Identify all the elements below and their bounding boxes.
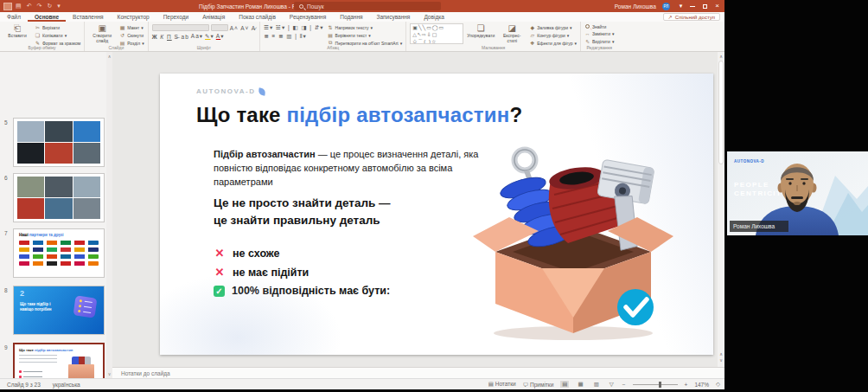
font-grow-shrink-buttons[interactable]: A˄ A˅ A̷ (230, 25, 257, 31)
ribbon-display-options-icon[interactable]: ▾ (680, 3, 683, 10)
reset-label: Скинути (127, 33, 144, 38)
cut-button[interactable]: ✂Вирізати (35, 24, 80, 30)
shape-fill-label: Заливка фігури (537, 25, 568, 30)
thumbnail-slide-7[interactable]: Наші партнери та друзі (13, 228, 105, 278)
scissors-icon: ✂ (35, 24, 41, 30)
notes-toggle-button[interactable]: ▤ Нотатки (488, 381, 516, 388)
tab-animations[interactable]: Анімація (195, 14, 232, 22)
qat-more-icon[interactable]: ▾ (57, 3, 61, 10)
partner-logos-row (19, 261, 99, 266)
replace-button[interactable]: ↔Замінити ▾ (584, 31, 615, 36)
thumb9-box-art (68, 357, 94, 379)
zoom-out-button[interactable]: − (622, 382, 626, 388)
slideshow-button[interactable]: ▽ (608, 381, 616, 388)
group-font: A˄ A˅ A̷ Ж К П S̶ ab Aa▾ ✎▾ A▾ Шрифт (149, 22, 261, 51)
search-input[interactable]: Пошук (294, 2, 441, 10)
tab-home[interactable]: Основне (28, 14, 66, 22)
new-slide-button[interactable]: ▣ Створити слайд (88, 23, 116, 43)
quick-access-toolbar[interactable]: ▤ ↶ ↷ ↻ ▾ (16, 3, 61, 10)
account-name[interactable]: Роман Лихошва (615, 3, 656, 10)
webcam-bg-text1: PEOPLE (734, 181, 769, 189)
normal-view-button[interactable]: ▤ (560, 381, 569, 388)
minimize-icon[interactable] (690, 6, 695, 7)
webcam-video[interactable]: AUTONOVA-D PEOPLE CENTRICITY (727, 151, 868, 235)
photo-tile (17, 121, 44, 142)
thumbnail-slide-8[interactable]: 2 Що таке підбір і навіщо потрібен (13, 286, 105, 335)
save-icon[interactable]: ▤ (16, 3, 22, 10)
shape-fill-button[interactable]: ◆Заливка фігури ▾ (529, 24, 577, 30)
tab-record[interactable]: Записування (370, 14, 418, 22)
tab-transitions[interactable]: Переходи (156, 14, 195, 22)
zoom-slider-thumb[interactable] (659, 382, 661, 388)
next-slide-icon[interactable]: ∨ (718, 357, 724, 363)
zoom-in-button[interactable]: + (685, 382, 688, 388)
find-button[interactable]: Знайти (584, 24, 615, 29)
align-text-button[interactable]: ▤Вирівняти текст ▾ (328, 32, 403, 38)
zoom-slider[interactable] (633, 384, 678, 385)
thumbnail-scrollbar[interactable]: ∧ ∨ (106, 52, 112, 378)
fit-slide-button[interactable]: ◇ (716, 381, 720, 388)
shape-outline-button[interactable]: ▱Контур фігури ▾ (529, 32, 577, 38)
tab-help[interactable]: Довідка (417, 14, 450, 22)
scroll-up-icon[interactable]: ∧ (106, 54, 112, 59)
previous-slide-icon[interactable]: ∧ (718, 351, 724, 357)
scroll-up-icon[interactable]: ∧ (718, 54, 724, 59)
share-icon: ↗ (668, 14, 673, 20)
photo-tile (73, 177, 100, 197)
webcam-svg: AUTONOVA-D PEOPLE CENTRICITY (727, 151, 868, 235)
thumbnail-slide-6[interactable] (13, 173, 105, 222)
reset-button[interactable]: ↺Скинути (119, 32, 144, 38)
refresh-icon[interactable]: ↻ (47, 3, 52, 10)
bullets-numbering-buttons[interactable]: ☰▾ ☱▾ | ◧ ◨ | ⇵▾ (264, 24, 323, 31)
scroll-down-icon[interactable]: ∨ (106, 371, 112, 376)
tab-slideshow[interactable]: Показ слайдів (232, 14, 283, 22)
slide-logo-text: AUTONOVA-D (196, 87, 255, 95)
account-avatar[interactable]: РЛ (662, 3, 670, 10)
text-direction-button[interactable]: ⇅Напрямок тексту ▾ (328, 24, 403, 30)
reading-view-button[interactable]: ▥ (592, 381, 601, 388)
font-color-button[interactable]: A▾ (216, 33, 225, 40)
font-name-input[interactable] (152, 24, 209, 31)
bullet-text: не схоже (233, 247, 280, 260)
select-button[interactable]: ⇖Виділити ▾ (584, 38, 615, 44)
photo-tile (45, 143, 72, 164)
group-label-font: Шрифт (149, 45, 260, 50)
font-style-buttons[interactable]: Ж К П S̶ ab (152, 34, 189, 40)
canvas-scrollbar[interactable]: ∧ ∧ ∨ (718, 52, 724, 367)
paste-button[interactable]: ⎗ Вставити (3, 23, 31, 39)
language-indicator[interactable]: українська (53, 382, 80, 388)
slide-sorter-view-button[interactable]: ▦ (576, 381, 584, 388)
tab-file[interactable]: Файл (0, 14, 28, 22)
alignment-buttons[interactable]: ≣ ≡ ≣ ▥ | ⫴▾ (264, 33, 307, 40)
bullet-text: 100% відповідність має бути: (232, 285, 390, 297)
scrollbar-thumb[interactable] (718, 61, 724, 164)
clipboard-icon: ⎗ (14, 23, 21, 33)
tab-insert[interactable]: Вставлення (66, 14, 111, 22)
thumbnail-slide-5[interactable] (13, 118, 105, 167)
notes-bar[interactable]: Нотатки до слайда (112, 367, 724, 378)
redo-icon[interactable]: ↷ (37, 3, 42, 10)
close-icon[interactable]: × (715, 3, 719, 10)
character-spacing-button[interactable]: Aa▾ (191, 33, 203, 40)
undo-icon[interactable]: ↶ (27, 3, 32, 10)
font-size-input[interactable] (211, 24, 228, 31)
tab-design[interactable]: Конструктор (111, 14, 156, 22)
tab-view[interactable]: Подання (333, 14, 369, 22)
quick-styles-button[interactable]: ◪ Експрес-стилі (498, 23, 526, 43)
thumb9-title-blue: підбір автозапчастин (35, 348, 73, 352)
partner-logos-row (19, 247, 99, 252)
zoom-level[interactable]: 147% (694, 382, 709, 388)
restore-icon[interactable] (703, 4, 707, 9)
share-button[interactable]: ↗ Спільний доступ (663, 13, 720, 21)
subtitle-line2: це знайти правильну деталь (214, 212, 391, 229)
layout-button[interactable]: ▦Макет ▾ (119, 24, 144, 30)
tab-review[interactable]: Рецензування (283, 14, 333, 22)
comments-toggle-button[interactable]: 🗩 Примітки (523, 382, 554, 388)
copy-button[interactable]: ❏Копіювати ▾ (35, 32, 80, 38)
shape-outline-icon: ▱ (529, 32, 535, 38)
shapes-gallery[interactable]: ▣╲╲▭◯▭△⭦⇨⇩▢✩⌒( )☆ (410, 23, 463, 44)
current-slide[interactable]: AUTONOVA-D Що таке підбір автозапчастин?… (160, 74, 713, 355)
highlight-color-button[interactable]: ✎▾ (205, 33, 214, 40)
arrange-button[interactable]: ❏ Упорядкувати (467, 23, 495, 39)
layout-label: Макет (127, 25, 139, 30)
